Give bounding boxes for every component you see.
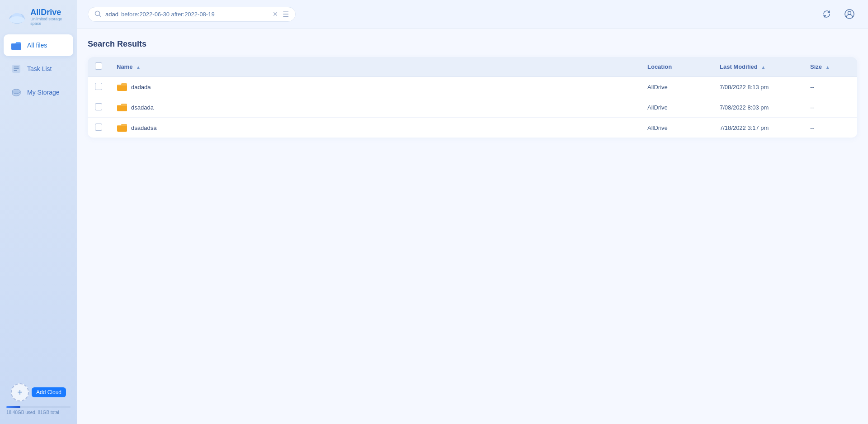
name-sort-arrow: ▲: [136, 65, 141, 70]
row-size: --: [803, 97, 857, 118]
svg-point-17: [848, 11, 851, 14]
user-profile-button[interactable]: [842, 6, 857, 22]
size-sort-arrow: ▲: [826, 65, 830, 70]
svg-rect-19: [117, 105, 127, 111]
app-name: AllDrive: [30, 8, 71, 17]
row-last-modified: 7/08/2022 8:13 pm: [712, 77, 803, 97]
table-row[interactable]: dadadaAllDrive7/08/2022 8:13 pm--: [88, 77, 857, 97]
modified-sort-arrow: ▲: [761, 65, 765, 70]
row-last-modified: 7/08/2022 8:03 pm: [712, 97, 803, 118]
storage-bar-container: 18.48GB used, 81GB total: [6, 406, 71, 415]
row-checkbox[interactable]: [95, 103, 102, 110]
storage-label: 18.48GB used, 81GB total: [6, 410, 71, 415]
logo-text: AllDrive Unlimited storage space: [30, 8, 71, 26]
sidebar-item-all-files[interactable]: All files: [4, 34, 73, 56]
row-name-cell: dsadada: [109, 97, 640, 118]
add-cloud-area: + Add Cloud: [11, 383, 66, 401]
app-logo: AllDrive Unlimited storage space: [0, 0, 77, 34]
col-header-size[interactable]: Size ▲: [803, 57, 857, 77]
row-location: AllDrive: [640, 118, 712, 138]
table-row[interactable]: dsadadaAllDrive7/08/2022 8:03 pm--: [88, 97, 857, 118]
row-size: --: [803, 77, 857, 97]
sidebar-label-all-files: All files: [27, 42, 47, 49]
row-checkbox[interactable]: [95, 124, 102, 131]
search-box[interactable]: adad before:2022-06-30 after:2022-08-19 …: [88, 7, 296, 22]
topbar: adad before:2022-06-30 after:2022-08-19 …: [77, 0, 868, 29]
app-subtitle: Unlimited storage space: [30, 17, 71, 26]
file-name[interactable]: dadada: [131, 84, 151, 91]
content-area: Search Results Name ▲ Location Last Modi: [77, 29, 868, 424]
my-storage-icon: [10, 86, 23, 99]
file-name-wrapper: dadada: [117, 82, 633, 91]
search-filter-button[interactable]: ☰: [283, 10, 289, 19]
row-checkbox-cell: [88, 118, 109, 138]
sidebar: AllDrive Unlimited storage space All fil…: [0, 0, 77, 424]
row-checkbox-cell: [88, 97, 109, 118]
col-header-location[interactable]: Location: [640, 57, 712, 77]
storage-bar-track: [6, 406, 71, 408]
folder-icon: [117, 82, 127, 91]
file-name[interactable]: dsadadsa: [131, 124, 156, 131]
sidebar-label-task-list: Task List: [27, 65, 52, 72]
svg-line-15: [99, 15, 101, 17]
col-header-modified[interactable]: Last Modified ▲: [712, 57, 803, 77]
row-location: AllDrive: [640, 97, 712, 118]
svg-rect-18: [117, 85, 127, 91]
col-header-name[interactable]: Name ▲: [109, 57, 640, 77]
add-cloud-tooltip[interactable]: Add Cloud: [32, 387, 66, 397]
topbar-right: [819, 6, 857, 22]
refresh-button[interactable]: [819, 6, 835, 22]
search-actions: ✕ ☰: [273, 10, 289, 19]
folder-icon: [117, 123, 127, 132]
file-name[interactable]: dsadada: [131, 104, 154, 111]
task-list-icon: [10, 62, 23, 75]
row-size: --: [803, 118, 857, 138]
svg-point-4: [9, 16, 25, 23]
row-name-cell: dsadadsa: [109, 118, 640, 138]
search-filter: before:2022-06-30 after:2022-08-19: [121, 11, 215, 18]
row-location: AllDrive: [640, 77, 712, 97]
row-checkbox-cell: [88, 77, 109, 97]
row-last-modified: 7/18/2022 3:17 pm: [712, 118, 803, 138]
add-cloud-button[interactable]: +: [11, 383, 29, 401]
main-content: adad before:2022-06-30 after:2022-08-19 …: [77, 0, 868, 424]
page-title: Search Results: [88, 39, 857, 49]
svg-rect-6: [11, 43, 21, 50]
table-header: Name ▲ Location Last Modified ▲ Size ▲: [88, 57, 857, 77]
svg-rect-20: [117, 125, 127, 132]
sidebar-nav: All files Task List: [0, 34, 77, 103]
file-table: Name ▲ Location Last Modified ▲ Size ▲: [88, 57, 857, 138]
table-row[interactable]: dsadadsaAllDrive7/18/2022 3:17 pm--: [88, 118, 857, 138]
row-name-cell: dadada: [109, 77, 640, 97]
folder-icon: [117, 103, 127, 112]
header-checkbox[interactable]: [95, 62, 102, 70]
sidebar-item-my-storage[interactable]: My Storage: [4, 81, 73, 103]
table-body: dadadaAllDrive7/08/2022 8:13 pm--dsadada…: [88, 77, 857, 138]
sidebar-item-task-list[interactable]: Task List: [4, 58, 73, 80]
file-name-wrapper: dsadadsa: [117, 123, 633, 132]
search-query: adad: [105, 11, 118, 18]
header-checkbox-cell: [88, 57, 109, 77]
sidebar-bottom: + Add Cloud 18.48GB used, 81GB total: [0, 383, 77, 424]
logo-cloud-icon: [7, 9, 27, 25]
storage-bar-fill: [6, 406, 20, 408]
search-clear-button[interactable]: ✕: [273, 10, 278, 18]
sidebar-label-my-storage: My Storage: [27, 89, 60, 96]
all-files-icon: [10, 39, 23, 52]
file-name-wrapper: dsadada: [117, 103, 633, 112]
search-text: adad before:2022-06-30 after:2022-08-19: [105, 11, 269, 18]
search-icon: [94, 10, 102, 18]
row-checkbox[interactable]: [95, 83, 102, 90]
